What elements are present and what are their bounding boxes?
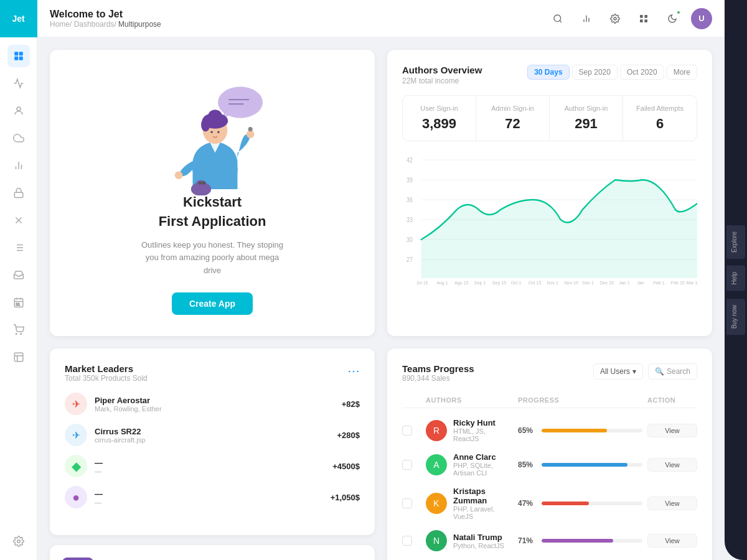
svg-point-48 <box>209 110 222 121</box>
svg-text:Jul 15: Jul 15 <box>416 280 428 286</box>
market-detail-2: — <box>95 467 325 475</box>
col-header-progress: PROGRESS <box>518 396 642 404</box>
sidebar-nav: 31 <box>7 37 30 523</box>
moon-icon-btn[interactable] <box>662 9 682 29</box>
svg-text:Aug 1: Aug 1 <box>436 280 448 286</box>
tab-30days[interactable]: 30 Days <box>527 65 569 80</box>
svg-point-27 <box>17 540 20 543</box>
tab-oct2020[interactable]: Oct 2020 <box>620 65 664 80</box>
svg-point-33 <box>614 17 616 20</box>
sidebar-item-list[interactable] <box>7 236 30 259</box>
author-avatar-0: R <box>426 420 447 441</box>
kickstart-card: KickstartFirst Application Outlines keep… <box>50 50 375 336</box>
search-icon-btn[interactable] <box>548 9 568 29</box>
sidebar-item-chart[interactable] <box>7 154 30 177</box>
panel-tab-buynow[interactable]: Buy now <box>726 299 745 335</box>
topbar-right: U <box>548 8 712 29</box>
svg-text:Agu 15: Agu 15 <box>454 280 468 286</box>
stat-user-signin: User Sign-in 3,899 <box>403 96 476 141</box>
progress-bar-bg-1 <box>542 463 642 467</box>
row-check-0[interactable] <box>402 426 412 436</box>
sidebar-item-users[interactable] <box>7 100 30 122</box>
progress-bar-fill-1 <box>542 463 627 467</box>
tab-more[interactable]: More <box>667 65 697 80</box>
sidebar-item-dashboard[interactable] <box>7 45 30 67</box>
right-panel: Explore Help Buy now <box>725 0 747 560</box>
kickstart-illustration <box>156 71 268 183</box>
breadcrumb-home[interactable]: Home/ <box>50 20 72 29</box>
market-subtitle: Total 350k Products Sold <box>65 374 148 383</box>
svg-text:31: 31 <box>16 302 20 306</box>
svg-rect-34 <box>640 15 643 18</box>
svg-text:27: 27 <box>406 256 413 263</box>
teams-subtitle: 890,344 Sales <box>402 374 474 383</box>
sidebar-item-layout[interactable] <box>7 346 30 368</box>
svg-text:39: 39 <box>406 176 413 184</box>
kickstart-title: KickstartFirst Application <box>159 193 266 231</box>
stat-label-author: Author Sign-in <box>560 105 613 112</box>
progress-area-1: 85% <box>518 460 642 469</box>
analytics-icon-btn[interactable] <box>576 9 596 29</box>
progress-pct-3: 71% <box>518 536 537 545</box>
sidebar-item-calendar[interactable]: 31 <box>7 291 30 314</box>
svg-rect-1 <box>19 52 22 55</box>
market-info-3: — — <box>95 489 323 506</box>
panel-tab-explore[interactable]: Explore <box>726 225 745 259</box>
topbar: Welcome to Jet Home/ Dashboards/ Multipu… <box>37 0 725 37</box>
svg-point-56 <box>199 181 202 184</box>
col-header-check <box>402 396 421 404</box>
chevron-down-icon: ▾ <box>632 367 636 376</box>
market-item-1: ✈ Cirrus SR22 cirrus-aircraft.jsp +280$ <box>65 424 360 446</box>
sidebar-item-inbox[interactable] <box>7 264 30 286</box>
table-row: R Ricky Hunt HTML, JS, ReactJS 65% View <box>402 413 697 447</box>
row-check-1[interactable] <box>402 460 412 470</box>
teams-header: Teams Progress 890,344 Sales All Users ▾… <box>402 363 697 383</box>
svg-point-51 <box>247 131 255 139</box>
author-name-0: Ricky Hunt <box>453 418 513 427</box>
all-users-select[interactable]: All Users ▾ <box>593 363 643 380</box>
sidebar-item-group[interactable] <box>7 319 30 341</box>
view-btn-3[interactable]: View <box>647 534 697 548</box>
breadcrumb-dashboards[interactable]: Dashboards/ <box>74 20 116 29</box>
view-btn-1[interactable]: View <box>647 458 697 472</box>
view-btn-0[interactable]: View <box>647 424 697 437</box>
progress-bar-fill-3 <box>542 539 613 543</box>
authors-chart: 42 39 36 33 30 27 <box>402 154 697 291</box>
row-check-2[interactable] <box>402 498 412 508</box>
teams-search-btn[interactable]: 🔍 Search <box>648 363 697 380</box>
market-name-1: Cirrus SR22 <box>95 427 329 436</box>
create-app-button[interactable]: Create App <box>172 292 253 315</box>
col-header-authors: AUTHORS <box>426 396 513 404</box>
stat-value-author: 291 <box>560 116 613 132</box>
sidebar-item-cloud[interactable] <box>7 127 30 149</box>
stat-value-user: 3,899 <box>413 116 466 132</box>
stat-label-failed: Failed Attempts <box>633 105 687 112</box>
teams-title-group: Teams Progress 890,344 Sales <box>402 363 474 383</box>
breadcrumb: Home/ Dashboards/ Multipurpose <box>50 20 161 29</box>
sidebar-item-settings[interactable] <box>7 530 30 553</box>
table-row: A Anne Clarc PHP, SQLite, Artisan CLI 85… <box>402 447 697 482</box>
authors-title-group: Authors Overview 22M total income <box>402 65 482 85</box>
svg-text:Jan: Jan <box>637 280 644 286</box>
row-check-3[interactable] <box>402 536 412 546</box>
market-list: ✈ Piper Aerostar Mark, Rowling, Esther +… <box>65 393 360 508</box>
market-more-icon[interactable]: ⋯ <box>347 363 360 378</box>
market-title-group: Market Leaders Total 350k Products Sold <box>65 363 148 383</box>
progress-area-3: 71% <box>518 536 642 545</box>
authors-tab-group: 30 Days Sep 2020 Oct 2020 More <box>527 65 697 80</box>
tab-sep2020[interactable]: Sep 2020 <box>572 65 618 80</box>
search-label: Search <box>667 367 690 376</box>
user-avatar[interactable]: U <box>691 8 712 29</box>
sidebar-item-close[interactable] <box>7 209 30 231</box>
author-details-0: Ricky Hunt HTML, JS, ReactJS <box>453 418 513 442</box>
panel-tab-help[interactable]: Help <box>726 266 745 291</box>
teams-controls: All Users ▾ 🔍 Search <box>593 363 697 380</box>
grid-icon-btn[interactable] <box>634 9 654 29</box>
sidebar-item-analytics[interactable] <box>7 72 30 95</box>
svg-point-57 <box>202 181 205 184</box>
sidebar-logo[interactable]: Jet <box>0 0 37 37</box>
settings-icon-btn[interactable] <box>605 9 625 29</box>
sidebar-item-lock[interactable] <box>7 182 30 204</box>
view-btn-2[interactable]: View <box>647 497 697 510</box>
svg-point-4 <box>17 107 21 111</box>
